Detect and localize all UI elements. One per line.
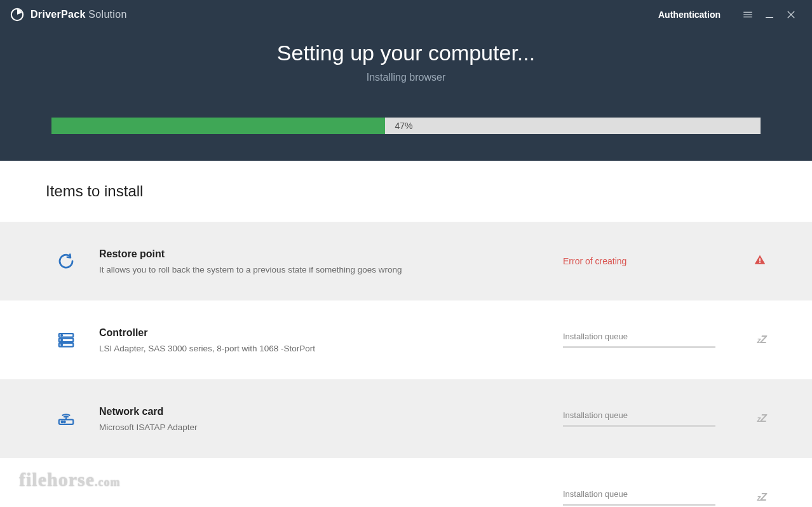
- hero-section: Setting up your computer... Installing b…: [0, 29, 812, 161]
- app-window: DriverPack Solution Authentication Setti…: [0, 0, 812, 507]
- warning-icon: [754, 254, 766, 269]
- progress-label: 47%: [385, 121, 413, 131]
- menu-button[interactable]: [737, 4, 759, 25]
- sleep-icon: zZ: [757, 412, 766, 425]
- queue-progress-bar: [563, 346, 715, 348]
- content-scroll[interactable]: Setting up your computer... Installing b…: [0, 29, 812, 507]
- item-desc: LSI Adapter, SAS 3000 series, 8-port wit…: [99, 344, 563, 353]
- svg-point-13: [61, 339, 62, 341]
- install-item-restore-point: Restore point It allows you to roll back…: [0, 222, 812, 301]
- section-heading-wrap: Items to install: [0, 161, 812, 222]
- item-title: Controller: [99, 327, 563, 339]
- item-desc: Microsoft ISATAP Adapter: [99, 422, 563, 432]
- item-status: Error of creating: [563, 254, 766, 269]
- close-button[interactable]: [780, 4, 802, 25]
- authentication-link[interactable]: Authentication: [658, 10, 721, 20]
- status-queue-text: Installation queue: [563, 489, 743, 499]
- network-icon: [55, 409, 78, 428]
- svg-point-12: [61, 335, 62, 336]
- install-item-network-card: Network card Microsoft ISATAP Adapter In…: [0, 379, 812, 458]
- section-heading: Items to install: [46, 182, 812, 200]
- svg-rect-7: [759, 259, 761, 262]
- svg-point-17: [62, 421, 63, 422]
- item-title: Network card: [99, 406, 563, 417]
- install-item-controller: Controller LSI Adapter, SAS 3000 series,…: [0, 301, 812, 379]
- minimize-button[interactable]: [759, 4, 780, 25]
- progress-fill: [51, 118, 385, 134]
- item-desc: It allows you to roll back the system to…: [99, 265, 563, 274]
- svg-point-14: [61, 344, 62, 346]
- item-status: Installation queue zZ: [563, 410, 766, 427]
- app-logo: DriverPack Solution: [10, 8, 127, 22]
- svg-point-18: [64, 421, 65, 422]
- hamburger-icon: [742, 9, 754, 20]
- hero-title: Setting up your computer...: [0, 41, 812, 65]
- install-item-next: Installation queue zZ: [0, 458, 812, 507]
- spinner-icon: [55, 252, 78, 271]
- item-status: Installation queue zZ: [563, 489, 766, 506]
- item-title: Restore point: [99, 248, 563, 260]
- logo-text: DriverPack Solution: [30, 9, 127, 20]
- status-queue-text: Installation queue: [563, 410, 743, 420]
- queue-progress-bar: [563, 425, 715, 427]
- logo-icon: [10, 8, 24, 22]
- sleep-icon: zZ: [757, 491, 766, 504]
- logo-text-bold: DriverPack: [30, 9, 86, 20]
- svg-rect-8: [759, 262, 761, 263]
- queue-progress-bar: [563, 504, 715, 506]
- minimize-icon: [764, 9, 775, 20]
- status-error-text: Error of creating: [563, 256, 740, 266]
- controller-icon: [55, 330, 78, 349]
- close-icon: [785, 9, 797, 20]
- logo-text-light: Solution: [86, 9, 127, 20]
- item-status: Installation queue zZ: [563, 332, 766, 348]
- hero-subtitle: Installing browser: [0, 72, 812, 83]
- status-queue-text: Installation queue: [563, 332, 743, 341]
- progress-bar: 47%: [51, 118, 761, 134]
- titlebar: DriverPack Solution Authentication: [0, 0, 812, 29]
- sleep-icon: zZ: [757, 334, 766, 346]
